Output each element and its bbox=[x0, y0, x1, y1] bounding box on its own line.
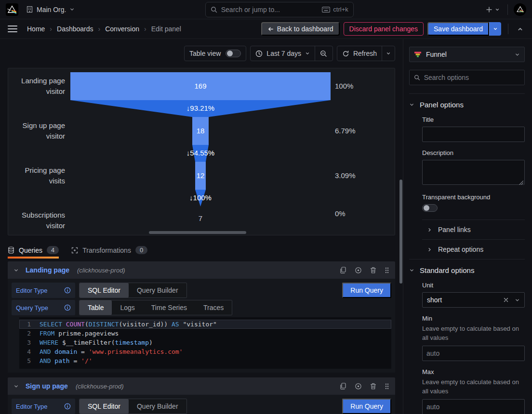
run-query-button[interactable]: Run Query bbox=[342, 283, 391, 298]
query-datasource: (clickhouse-prod) bbox=[77, 267, 125, 274]
info-icon[interactable] bbox=[64, 403, 71, 410]
options-search[interactable] bbox=[409, 70, 525, 85]
divider bbox=[508, 24, 508, 34]
app-logo[interactable] bbox=[6, 3, 18, 16]
collapse-pane-button[interactable] bbox=[515, 24, 525, 34]
query-type-traces[interactable]: Traces bbox=[195, 300, 232, 315]
duplicate-query-icon[interactable] bbox=[340, 383, 346, 390]
zoom-out-time-button[interactable] bbox=[315, 46, 332, 61]
line-number: 3 bbox=[19, 338, 40, 347]
save-dashboard-button[interactable]: Save dashboard bbox=[427, 22, 489, 36]
info-icon[interactable] bbox=[64, 287, 71, 294]
line-number: 1 bbox=[19, 320, 40, 329]
sql-code-line[interactable]: 1SELECT COUNT(DISTINCT(visitor_id)) AS "… bbox=[19, 320, 391, 329]
breadcrumb-separator: › bbox=[98, 25, 101, 33]
time-range-picker[interactable]: Last 7 days bbox=[251, 46, 315, 61]
panel-options-header[interactable]: Panel options bbox=[409, 101, 525, 109]
tab-transformations[interactable]: Transformations 0 bbox=[71, 246, 147, 259]
transformations-count-badge: 0 bbox=[135, 246, 147, 254]
table-view-toggle-group: Table view bbox=[184, 46, 246, 61]
sql-code-line[interactable]: 4AND domain = 'www.prismeanalytics.com' bbox=[19, 347, 391, 356]
tab-queries[interactable]: Queries 4 bbox=[8, 246, 59, 259]
panel-title-input[interactable] bbox=[422, 127, 525, 142]
plus-icon bbox=[486, 6, 492, 13]
breadcrumb-dashboards[interactable]: Dashboards bbox=[57, 25, 93, 33]
funnel-viz-icon bbox=[414, 51, 422, 58]
query-header-actions bbox=[340, 267, 389, 274]
breadcrumb-home[interactable]: Home bbox=[27, 25, 45, 33]
refresh-label: Refresh bbox=[353, 50, 377, 57]
query-header[interactable]: Sign up page (clickhouse-prod) bbox=[8, 377, 395, 395]
sql-editor[interactable]: 1SELECT COUNT(DISTINCT(visitor_id)) AS "… bbox=[19, 317, 391, 369]
standard-options-body: Unit short Min Leave empty to calculate … bbox=[409, 282, 525, 414]
hide-query-icon[interactable] bbox=[355, 383, 362, 390]
delete-query-icon[interactable] bbox=[370, 267, 376, 274]
global-search-input[interactable]: Search or jump to... ctrl+k bbox=[205, 2, 354, 17]
breadcrumb-conversion[interactable]: Conversion bbox=[105, 25, 139, 33]
delete-query-icon[interactable] bbox=[370, 383, 376, 390]
funnel-stage-label: Subscriptionsvisitor bbox=[11, 210, 65, 231]
sql-code-line[interactable]: 2FROM prisme.pageviews bbox=[19, 329, 391, 338]
unit-select[interactable]: short bbox=[422, 292, 525, 308]
drag-handle[interactable] bbox=[385, 267, 389, 274]
query-type-timeseries[interactable]: Time Series bbox=[143, 300, 195, 315]
options-search-input[interactable] bbox=[424, 74, 520, 81]
back-to-dashboard-button[interactable]: Back to dashboard bbox=[261, 22, 340, 36]
breadcrumb-separator: › bbox=[50, 25, 52, 33]
info-icon[interactable] bbox=[64, 304, 71, 311]
nav-right-cluster bbox=[484, 3, 526, 16]
funnel-stage-label: Sign up pagevisitor bbox=[11, 120, 65, 142]
min-input[interactable] bbox=[422, 346, 525, 361]
chevron-down-icon bbox=[495, 7, 500, 12]
max-input[interactable] bbox=[422, 399, 525, 414]
funnel-percent: 6.79% bbox=[335, 127, 356, 135]
repeat-options-row[interactable]: Repeat options bbox=[422, 239, 525, 259]
query-header[interactable]: Landing page (clickhouse-prod) bbox=[8, 261, 395, 279]
query-type-table[interactable]: Table bbox=[80, 300, 112, 315]
run-query-button[interactable]: Run Query bbox=[342, 399, 391, 414]
query-builder-option[interactable]: Query Builder bbox=[129, 399, 186, 414]
visualization-name: Funnel bbox=[426, 51, 510, 58]
vertical-scrollbar-thumb[interactable] bbox=[399, 180, 402, 284]
query-name[interactable]: Landing page bbox=[26, 266, 69, 274]
horizontal-scrollbar-thumb[interactable] bbox=[149, 231, 246, 234]
table-view-toggle[interactable] bbox=[226, 50, 241, 57]
funnel-percent: 100% bbox=[335, 82, 353, 90]
sql-editor-option[interactable]: SQL Editor bbox=[80, 283, 129, 298]
chevron-down-icon bbox=[13, 384, 19, 389]
panel-description-input[interactable] bbox=[422, 160, 525, 185]
query-builder-option[interactable]: Query Builder bbox=[129, 283, 186, 298]
sql-code-line[interactable]: 3WHERE $__timeFilter(timestamp) bbox=[19, 338, 391, 347]
search-icon bbox=[211, 6, 217, 13]
duplicate-query-icon[interactable] bbox=[340, 267, 346, 274]
sql-code-line[interactable]: 5AND path = '/' bbox=[19, 356, 391, 365]
standard-options-heading: Standard options bbox=[420, 266, 474, 274]
standard-options-header[interactable]: Standard options bbox=[409, 266, 525, 274]
funnel-value: 7 bbox=[199, 214, 202, 222]
top-nav: Main Org. Search or jump to... ctrl+k bbox=[0, 0, 532, 19]
hide-query-icon[interactable] bbox=[355, 267, 362, 274]
panel-links-row[interactable]: Panel links bbox=[422, 220, 525, 239]
user-avatar[interactable] bbox=[514, 3, 526, 16]
clear-icon[interactable] bbox=[503, 297, 509, 303]
description-label: Description bbox=[422, 149, 525, 156]
refresh-interval-button[interactable] bbox=[382, 46, 395, 61]
menu-toggle-button[interactable] bbox=[8, 24, 17, 34]
save-dashboard-caret-button[interactable] bbox=[489, 22, 501, 36]
refresh-button[interactable]: Refresh bbox=[337, 46, 382, 61]
funnel-drop-percent: ↓100% bbox=[189, 194, 212, 202]
drag-handle[interactable] bbox=[385, 383, 389, 390]
editor-type-label: Editor Type bbox=[16, 403, 48, 410]
chevron-right-icon bbox=[427, 227, 432, 233]
visualization-picker[interactable]: Funnel bbox=[409, 47, 525, 62]
transparent-background-toggle[interactable] bbox=[422, 204, 438, 212]
query-type-logs[interactable]: Logs bbox=[112, 300, 143, 315]
org-switcher[interactable]: Main Org. bbox=[26, 6, 75, 13]
funnel-drop-percent: ↓93.21% bbox=[186, 104, 214, 112]
discard-panel-changes-button[interactable]: Discard panel changes bbox=[344, 22, 424, 36]
query-body: Editor Type SQL Editor Query Builder Run… bbox=[8, 279, 395, 373]
sql-editor-option[interactable]: SQL Editor bbox=[80, 399, 129, 414]
new-menu-button[interactable] bbox=[484, 4, 502, 15]
query-card-landing-page: Landing page (clickhouse-prod) Editor Ty… bbox=[8, 261, 395, 373]
query-name[interactable]: Sign up page bbox=[26, 382, 68, 390]
